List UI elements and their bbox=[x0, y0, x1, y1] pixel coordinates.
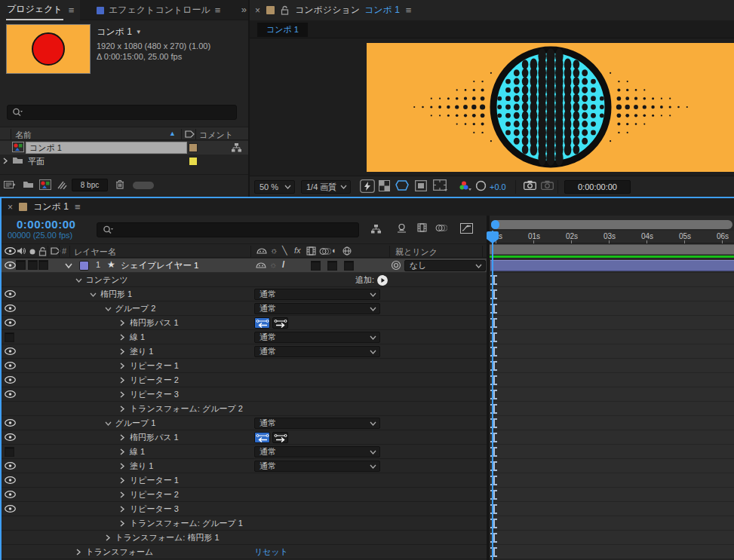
column-layer-name[interactable]: レイヤー名 bbox=[74, 246, 116, 258]
eye-icon[interactable] bbox=[5, 390, 16, 398]
chevron-right-icon[interactable] bbox=[119, 334, 125, 341]
eye-icon[interactable] bbox=[5, 347, 16, 355]
layer-duration-bar[interactable] bbox=[490, 260, 734, 271]
property-row[interactable]: 楕円形パス 1 bbox=[2, 316, 488, 330]
blend-mode-select[interactable]: 通常 bbox=[254, 332, 380, 343]
work-area-bar[interactable] bbox=[490, 244, 734, 255]
project-row-comp-name[interactable]: コンポ 1 bbox=[26, 142, 187, 154]
time-navigator-start-handle[interactable] bbox=[491, 220, 499, 229]
property-label[interactable]: トランスフォーム: グループ 1 bbox=[130, 516, 243, 530]
panel-menu-icon[interactable]: ≡ bbox=[75, 201, 81, 213]
visibility-toggle-well[interactable] bbox=[5, 447, 14, 457]
visibility-toggle-well[interactable] bbox=[5, 332, 14, 342]
chevron-right-icon[interactable] bbox=[119, 506, 125, 513]
property-row[interactable]: リピーター 3 bbox=[2, 502, 488, 516]
viewer-tab-comp1[interactable]: コンポ 1 bbox=[257, 23, 308, 37]
timegraph-property-row[interactable] bbox=[490, 273, 734, 287]
zoom-select[interactable]: 50 % bbox=[254, 180, 295, 194]
panel-menu-icon[interactable]: ≡ bbox=[69, 5, 75, 16]
switch-well[interactable] bbox=[327, 261, 337, 271]
timegraph-property-row[interactable] bbox=[490, 445, 734, 459]
blend-mode-select[interactable]: 通常 bbox=[254, 418, 380, 429]
property-row[interactable]: トランスフォーム: グループ 2 bbox=[2, 402, 488, 416]
quality-icon[interactable]: / bbox=[282, 259, 284, 270]
timegraph-property-row[interactable] bbox=[490, 531, 734, 545]
chevron-down-icon[interactable] bbox=[75, 277, 82, 283]
timegraph-property-row[interactable] bbox=[490, 473, 734, 488]
collapse-sun-icon[interactable]: ☼ bbox=[269, 260, 277, 269]
quality-icon[interactable]: ╲ bbox=[282, 246, 287, 256]
layer-name[interactable]: シェイプレイヤー 1 bbox=[121, 260, 198, 271]
chevron-right-icon[interactable] bbox=[119, 348, 125, 355]
eye-icon[interactable] bbox=[5, 362, 16, 369]
eye-icon[interactable] bbox=[5, 419, 16, 427]
timegraph-property-row[interactable] bbox=[490, 459, 734, 473]
timegraph-property-row[interactable] bbox=[490, 301, 734, 316]
property-row[interactable]: 塗り 1 通常 bbox=[2, 344, 488, 359]
property-label[interactable]: 塗り 1 bbox=[130, 344, 153, 358]
eye-icon[interactable] bbox=[5, 476, 16, 484]
eye-icon[interactable] bbox=[5, 262, 16, 269]
chevron-right-icon[interactable] bbox=[119, 391, 125, 398]
lock-toggle-well[interactable] bbox=[38, 260, 48, 270]
composition-name[interactable]: コンポ 1 bbox=[364, 4, 400, 17]
reset-link[interactable]: リセット bbox=[254, 546, 288, 558]
path-direction-right-icon[interactable] bbox=[272, 317, 288, 329]
horizontal-scrollbar-thumb[interactable] bbox=[133, 182, 154, 189]
sort-up-icon[interactable]: ▲ bbox=[169, 130, 176, 137]
frame-blend-icon[interactable] bbox=[417, 223, 427, 232]
eye-icon[interactable] bbox=[5, 304, 16, 312]
column-name[interactable]: 名前 bbox=[15, 130, 32, 141]
chevron-right-icon[interactable] bbox=[119, 377, 125, 384]
eye-icon[interactable] bbox=[5, 376, 16, 384]
chevron-down-icon[interactable] bbox=[105, 306, 112, 312]
timegraph-property-row[interactable] bbox=[490, 502, 734, 516]
fast-preview-icon[interactable] bbox=[360, 179, 375, 193]
frame-blend-icon[interactable] bbox=[306, 246, 316, 256]
blend-mode-select[interactable]: 通常 bbox=[254, 446, 380, 457]
parent-select[interactable]: なし bbox=[404, 260, 486, 271]
label-color-swatch[interactable] bbox=[189, 157, 198, 166]
bit-depth-button[interactable]: 8 bpc bbox=[72, 179, 108, 191]
chevron-down-icon[interactable] bbox=[90, 292, 97, 298]
chevron-right-icon[interactable] bbox=[75, 549, 81, 555]
column-comment[interactable]: コメント bbox=[199, 130, 233, 141]
chevron-right-icon[interactable] bbox=[2, 158, 8, 164]
composition-viewer[interactable] bbox=[250, 38, 734, 176]
adjustment-layer-icon[interactable]: ◐ bbox=[332, 246, 337, 255]
transparency-grid-icon[interactable] bbox=[379, 180, 390, 191]
switch-well[interactable] bbox=[344, 261, 354, 271]
property-row[interactable]: リピーター 1 bbox=[2, 473, 488, 488]
snapshot-icon[interactable] bbox=[524, 180, 536, 190]
property-row[interactable]: 線 1 通常 bbox=[2, 330, 488, 344]
chevron-right-icon[interactable] bbox=[119, 320, 125, 326]
chevron-right-icon[interactable] bbox=[119, 434, 125, 441]
property-label[interactable]: トランスフォーム: 楕円形 1 bbox=[115, 531, 220, 544]
current-time-indicator-line[interactable] bbox=[492, 231, 493, 560]
safe-frames-icon[interactable] bbox=[433, 179, 448, 191]
eye-icon[interactable] bbox=[5, 319, 16, 326]
item-name-dropdown-icon[interactable]: ▼ bbox=[136, 29, 142, 35]
project-row-folder[interactable]: 平面 bbox=[0, 155, 248, 168]
path-direction-right-icon[interactable] bbox=[272, 432, 288, 443]
timegraph-property-row[interactable] bbox=[490, 373, 734, 387]
property-row[interactable]: 塗り 1 通常 bbox=[2, 459, 488, 473]
speaker-icon[interactable] bbox=[17, 246, 26, 256]
fx-icon[interactable]: fx bbox=[294, 246, 301, 255]
chevron-right-icon[interactable] bbox=[119, 405, 125, 412]
solo-icon[interactable] bbox=[29, 248, 36, 256]
property-row[interactable]: リピーター 3 bbox=[2, 387, 488, 402]
playhead-handle[interactable] bbox=[487, 231, 499, 246]
property-label[interactable]: トランスフォーム bbox=[86, 545, 154, 558]
timegraph-property-row[interactable] bbox=[490, 402, 734, 416]
label-color-swatch[interactable] bbox=[189, 143, 198, 152]
preview-timecode[interactable]: 0:00:00:00 bbox=[564, 180, 631, 194]
flowchart-icon[interactable] bbox=[231, 142, 242, 153]
property-label[interactable]: 楕円形パス 1 bbox=[130, 316, 179, 329]
timeline-tab-label[interactable]: コンポ 1 bbox=[33, 200, 69, 213]
new-folder-icon[interactable] bbox=[23, 180, 34, 188]
property-label[interactable]: トランスフォーム: グループ 2 bbox=[130, 402, 243, 415]
eye-icon[interactable] bbox=[5, 247, 16, 255]
layer-row-shape-layer-1[interactable]: 1 ★ シェイプレイヤー 1 ☼ / なし bbox=[2, 259, 488, 273]
property-row[interactable]: トランスフォーム: 楕円形 1 bbox=[2, 531, 488, 545]
